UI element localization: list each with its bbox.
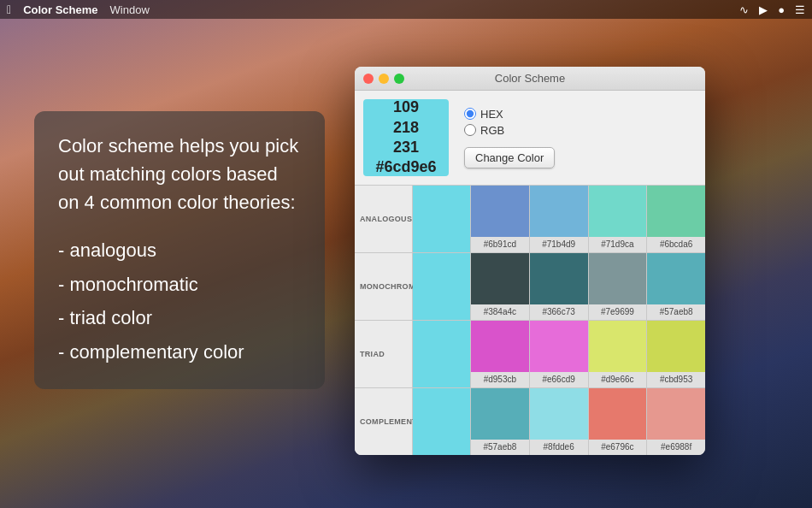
color-row-triad: TRIAD#d953cb#e66cd9#d9e66c#cbd953 <box>355 320 705 387</box>
search-icon[interactable]: ● <box>778 3 785 16</box>
row-label-complementary: COMPLEMENTARY <box>355 388 413 455</box>
color-row-analogous: ANALOGOUS#6b91cd#71b4d9#71d9ca#6bcda6 <box>355 185 705 252</box>
cell-color-0-1 <box>530 186 588 237</box>
cell-hex-1-2: #7e9699 <box>601 307 634 316</box>
description-intro: Color scheme helps you pick out matching… <box>58 132 301 216</box>
row-cells-3: #57aeb8#8fdde6#e6796c#e6988f <box>471 388 705 455</box>
color-cell-1-1[interactable]: #366c73 <box>530 253 589 320</box>
cell-hex-0-1: #71b4d9 <box>542 239 575 249</box>
description-list: - analogous - monochromatic - triad colo… <box>58 233 301 369</box>
color-cell-1-2[interactable]: #7e9699 <box>589 253 648 320</box>
volume-icon: ▶ <box>759 3 768 16</box>
cell-color-1-3 <box>647 253 705 304</box>
cell-hex-2-2: #d9e66c <box>601 375 633 384</box>
color-hex: #6cd9e6 <box>375 157 436 177</box>
color-cell-2-2[interactable]: #d9e66c <box>589 321 648 387</box>
color-g: 218 <box>393 118 419 138</box>
color-grid: ANALOGOUS#6b91cd#71b4d9#71d9ca#6bcda6MON… <box>355 185 705 455</box>
color-cell-1-3[interactable]: #57aeb8 <box>647 253 705 320</box>
cell-hex-1-0: #384a4c <box>484 307 516 316</box>
change-color-button[interactable]: Change Color <box>464 147 555 168</box>
top-section: 109 218 231 #6cd9e6 HEX RGB <box>355 91 705 185</box>
color-cell-1-0[interactable]: #384a4c <box>471 253 530 320</box>
row-cells-1: #384a4c#366c73#7e9699#57aeb8 <box>471 253 705 320</box>
wifi-icon: ∿ <box>739 3 749 16</box>
cell-hex-2-3: #cbd953 <box>660 375 692 384</box>
maximize-button[interactable] <box>394 74 404 84</box>
cell-color-3-3 <box>647 388 705 440</box>
color-b: 231 <box>393 138 419 157</box>
row-label-analogous: ANALOGOUS <box>355 186 413 252</box>
controls: HEX RGB Change Color <box>464 99 555 176</box>
row-cells-0: #6b91cd#71b4d9#71d9ca#6bcda6 <box>471 186 705 252</box>
color-cell-2-0[interactable]: #d953cb <box>471 321 530 387</box>
rgb-radio-label[interactable]: RGB <box>464 124 555 137</box>
list-item-analogous: - analogous <box>58 233 301 268</box>
menubar-app-name[interactable]: Color Scheme <box>23 3 97 16</box>
base-swatch-1 <box>413 253 471 320</box>
close-button[interactable] <box>363 74 374 84</box>
color-cell-3-1[interactable]: #8fdde6 <box>530 388 589 455</box>
cell-color-2-0 <box>471 321 529 372</box>
menu-icon[interactable]: ☰ <box>795 3 805 16</box>
list-item-monochromatic: - monochromatic <box>58 268 301 302</box>
color-cell-3-3[interactable]: #e6988f <box>647 388 705 455</box>
window-content: 109 218 231 #6cd9e6 HEX RGB <box>355 91 705 455</box>
cell-hex-2-0: #d953cb <box>484 375 516 384</box>
cell-color-3-2 <box>589 388 647 440</box>
color-cell-2-3[interactable]: #cbd953 <box>647 321 705 387</box>
color-cell-3-2[interactable]: #e6796c <box>589 388 648 455</box>
cell-color-3-0 <box>471 388 529 440</box>
cell-color-0-0 <box>471 186 529 237</box>
color-row-complementary: COMPLEMENTARY#57aeb8#8fdde6#e6796c#e6988… <box>355 387 705 455</box>
cell-hex-0-2: #71d9ca <box>601 239 633 249</box>
cell-color-1-0 <box>471 253 529 304</box>
cell-color-2-1 <box>530 321 588 372</box>
window-title: Color Scheme <box>495 72 565 85</box>
menubar-left:  Color Scheme Window <box>7 3 150 16</box>
cell-hex-2-1: #e66cd9 <box>542 375 574 384</box>
cell-hex-3-0: #57aeb8 <box>483 442 516 452</box>
color-r: 109 <box>393 97 419 117</box>
color-cell-3-0[interactable]: #57aeb8 <box>471 388 530 455</box>
cell-color-2-2 <box>589 321 647 372</box>
cell-color-1-2 <box>589 253 647 304</box>
color-cell-2-1[interactable]: #e66cd9 <box>530 321 589 387</box>
color-values: 109 218 231 #6cd9e6 <box>375 97 436 178</box>
color-cell-0-2[interactable]: #71d9ca <box>589 186 648 252</box>
cell-color-0-2 <box>589 186 647 237</box>
cell-color-1-1 <box>530 253 588 304</box>
rgb-radio[interactable] <box>464 124 476 136</box>
color-cell-0-0[interactable]: #6b91cd <box>471 186 530 252</box>
hex-radio-label[interactable]: HEX <box>464 108 555 121</box>
description-box: Color scheme helps you pick out matching… <box>34 111 325 389</box>
cell-color-2-3 <box>647 321 705 372</box>
cell-hex-0-3: #6bcda6 <box>660 239 692 249</box>
base-swatch-2 <box>413 321 471 387</box>
hex-label: HEX <box>480 108 503 121</box>
menubar-right: ∿ ▶ ● ☰ <box>739 3 805 16</box>
list-item-triad: - triad color <box>58 301 301 335</box>
cell-hex-3-3: #e6988f <box>661 442 691 452</box>
traffic-lights <box>363 74 404 84</box>
title-bar: Color Scheme <box>355 67 705 91</box>
cell-hex-1-1: #366c73 <box>542 307 574 316</box>
color-cell-0-3[interactable]: #6bcda6 <box>647 186 705 252</box>
cell-color-0-3 <box>647 186 705 237</box>
app-window: Color Scheme 109 218 231 #6cd9e6 HEX <box>355 67 705 455</box>
base-swatch-0 <box>413 186 471 252</box>
minimize-button[interactable] <box>379 74 389 84</box>
color-cell-0-1[interactable]: #71b4d9 <box>530 186 589 252</box>
cell-hex-3-2: #e6796c <box>601 442 633 452</box>
menubar:  Color Scheme Window ∿ ▶ ● ☰ <box>0 0 812 19</box>
menubar-window-menu[interactable]: Window <box>110 3 150 16</box>
row-label-monochromatic: MONOCHROMATIC <box>355 253 413 320</box>
cell-hex-1-3: #57aeb8 <box>660 307 693 316</box>
list-item-complementary: - complementary color <box>58 335 301 369</box>
base-swatch-3 <box>413 388 471 455</box>
hex-radio[interactable] <box>464 108 476 120</box>
rgb-label: RGB <box>480 124 504 137</box>
cell-hex-3-1: #8fdde6 <box>544 442 574 452</box>
cell-color-3-1 <box>530 388 588 440</box>
color-preview: 109 218 231 #6cd9e6 <box>363 99 449 176</box>
